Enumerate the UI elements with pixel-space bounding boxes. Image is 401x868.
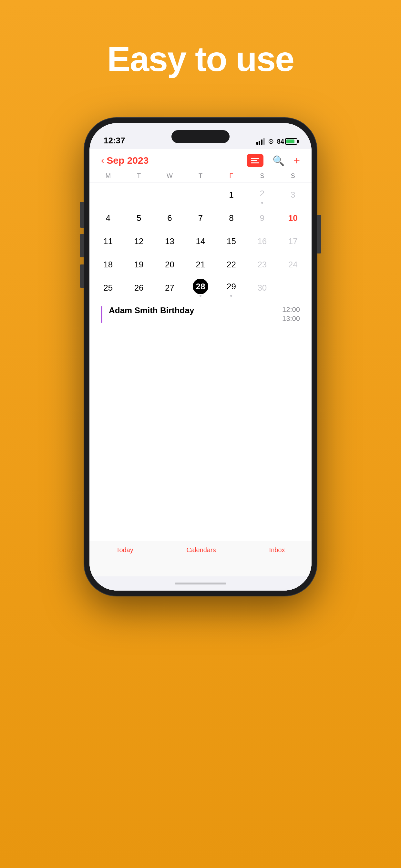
dow-tue: T xyxy=(123,169,154,182)
add-event-icon[interactable]: + xyxy=(294,154,300,167)
month-navigation[interactable]: ‹ Sep 2023 xyxy=(101,155,149,166)
day-number: 7 xyxy=(193,210,208,226)
cal-cell-1[interactable]: 1 xyxy=(216,182,247,206)
calendar-grid: 1 2 3 4 5 6 xyxy=(89,182,312,299)
dow-wed: W xyxy=(154,169,185,182)
day-number: 14 xyxy=(193,234,208,249)
cal-cell-empty2 xyxy=(123,182,154,206)
battery-icon xyxy=(285,138,297,145)
wifi-icon: ⊛ xyxy=(268,137,274,146)
cal-cell-5[interactable]: 5 xyxy=(123,206,154,229)
cal-cell-16[interactable]: 16 xyxy=(247,229,277,252)
phone-mockup: 12:37 ⊛ 84 ‹ Sep 2023 xyxy=(84,118,317,596)
cal-cell-4[interactable]: 4 xyxy=(93,206,123,229)
event-time-start: 12:00 xyxy=(282,306,300,314)
tab-calendars[interactable]: Calendars xyxy=(187,547,216,554)
day-number: 21 xyxy=(193,257,208,272)
dow-thu: T xyxy=(185,169,216,182)
cal-cell-13[interactable]: 13 xyxy=(154,229,185,252)
event-area: Adam Smith Birthday 12:00 13:00 xyxy=(89,299,312,541)
cal-cell-15[interactable]: 15 xyxy=(216,229,247,252)
cal-cell-19[interactable]: 19 xyxy=(123,252,154,275)
event-item[interactable]: Adam Smith Birthday 12:00 13:00 xyxy=(101,306,300,323)
cal-cell-22[interactable]: 22 xyxy=(216,252,247,275)
volume-down-button xyxy=(80,265,84,288)
tab-today-label: Today xyxy=(116,547,133,554)
cal-cell-7[interactable]: 7 xyxy=(185,206,216,229)
dow-sun: S xyxy=(278,169,308,182)
cal-cell-14[interactable]: 14 xyxy=(185,229,216,252)
cal-cell-20[interactable]: 20 xyxy=(154,252,185,275)
cal-cell-23[interactable]: 23 xyxy=(247,252,277,275)
tab-today[interactable]: Today xyxy=(116,547,133,554)
event-times: 12:00 13:00 xyxy=(282,306,300,323)
day-number: 2 xyxy=(254,186,270,201)
day-number: 1 xyxy=(223,187,239,203)
day-number: 18 xyxy=(100,257,116,272)
cal-cell-24[interactable]: 24 xyxy=(278,252,308,275)
day-number: 27 xyxy=(162,280,178,296)
day-number: 6 xyxy=(162,210,178,226)
home-indicator-area xyxy=(89,577,312,591)
cal-cell-empty1 xyxy=(93,182,123,206)
cal-cell-11[interactable]: 11 xyxy=(93,229,123,252)
dow-mon: M xyxy=(93,169,123,182)
home-indicator-bar xyxy=(175,583,226,585)
list-view-button[interactable] xyxy=(247,154,264,167)
search-icon[interactable]: 🔍 xyxy=(273,155,284,166)
dow-sat: S xyxy=(247,169,277,182)
cal-cell-17[interactable]: 17 xyxy=(278,229,308,252)
cal-cell-21[interactable]: 21 xyxy=(185,252,216,275)
day-number: 9 xyxy=(254,210,270,226)
tab-calendars-label: Calendars xyxy=(187,547,216,554)
cal-cell-empty4 xyxy=(185,182,216,206)
day-number: 25 xyxy=(100,280,116,296)
day-number: 3 xyxy=(285,187,301,203)
day-number: 5 xyxy=(131,210,147,226)
cal-cell-10[interactable]: 10 xyxy=(278,206,308,229)
day-number: 13 xyxy=(162,234,178,249)
day-number: 23 xyxy=(254,257,270,272)
day-number: 15 xyxy=(223,234,239,249)
status-icons: ⊛ 84 xyxy=(256,137,297,146)
cal-cell-empty3 xyxy=(154,182,185,206)
cal-cell-28[interactable]: 28 xyxy=(185,275,216,299)
event-title: Adam Smith Birthday xyxy=(109,306,276,315)
calendar-actions: 🔍 + xyxy=(247,154,300,167)
day-number: 20 xyxy=(162,257,178,272)
cal-cell-9[interactable]: 9 xyxy=(247,206,277,229)
cal-cell-25[interactable]: 25 xyxy=(93,275,123,299)
cal-cell-30[interactable]: 30 xyxy=(247,275,277,299)
cal-cell-8[interactable]: 8 xyxy=(216,206,247,229)
cal-cell-26[interactable]: 26 xyxy=(123,275,154,299)
event-dot xyxy=(230,295,232,297)
volume-up-button xyxy=(80,234,84,257)
cal-cell-18[interactable]: 18 xyxy=(93,252,123,275)
day-number: 12 xyxy=(131,234,147,249)
battery-fill xyxy=(286,140,295,144)
cal-cell-empty5 xyxy=(278,275,308,299)
cal-cell-12[interactable]: 12 xyxy=(123,229,154,252)
calendar-header: ‹ Sep 2023 🔍 + xyxy=(89,149,312,169)
tab-inbox[interactable]: Inbox xyxy=(269,547,285,554)
cal-cell-3[interactable]: 3 xyxy=(278,182,308,206)
month-label[interactable]: Sep 2023 xyxy=(106,155,149,166)
back-arrow-icon[interactable]: ‹ xyxy=(101,155,104,166)
battery-percent: 84 xyxy=(277,138,284,145)
cal-cell-2[interactable]: 2 xyxy=(247,182,277,206)
day-number: 17 xyxy=(285,234,301,249)
calendar-app: ‹ Sep 2023 🔍 + M T W T xyxy=(89,149,312,591)
dynamic-island xyxy=(172,130,229,143)
dow-fri: F xyxy=(216,169,247,182)
tab-inbox-label: Inbox xyxy=(269,547,285,554)
phone-screen: 12:37 ⊛ 84 ‹ Sep 2023 xyxy=(89,123,312,591)
cal-cell-29[interactable]: 29 xyxy=(216,275,247,299)
event-time-end: 13:00 xyxy=(282,314,300,323)
list-icon xyxy=(251,158,259,163)
battery-indicator: 84 xyxy=(277,138,297,145)
cal-cell-27[interactable]: 27 xyxy=(154,275,185,299)
event-color-bar xyxy=(101,306,102,323)
cal-cell-6[interactable]: 6 xyxy=(154,206,185,229)
tab-bar: Today Calendars Inbox xyxy=(89,541,312,577)
day-number: 8 xyxy=(223,210,239,226)
